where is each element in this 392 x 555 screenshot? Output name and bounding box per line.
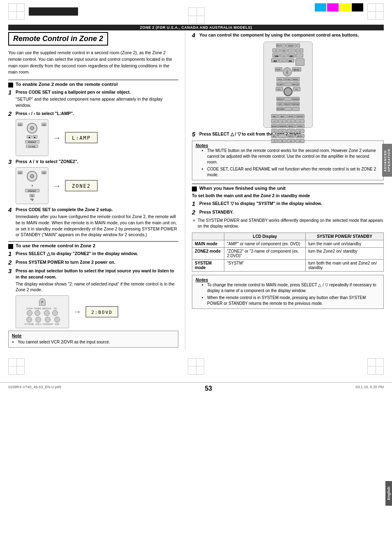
use-step-num-1: 1: [8, 251, 14, 257]
remote-large: SET AUDIO 0 EQ 1 |◀◀ ▷ ▶▶|: [263, 41, 313, 128]
enable-step-1: 1 Press CODE SET using a ballpoint pen o…: [8, 89, 178, 108]
table-cell-mode-zone2: ZONE2 mode: [192, 248, 224, 260]
step3-diagram: CH CH ∧ PRESET TV VOL ∨: [16, 167, 178, 204]
use-step-num-3: 3: [8, 268, 14, 274]
finished-step-num-2: 2: [192, 209, 198, 215]
right-column: 4 You can control the component by using…: [185, 32, 384, 350]
standby-subtitle: To set both the main unit and the Zone 2…: [192, 193, 384, 198]
page-number: 53: [205, 385, 212, 392]
remote-large-container: SET AUDIO 0 EQ 1 |◀◀ ▷ ▶▶|: [192, 41, 384, 128]
table-row-zone2: ZONE2 mode "ZONE2" or "2-name of compone…: [192, 248, 384, 260]
use-step-2: 2 Press SYSTEM POWER to turn Zone 2 powe…: [8, 259, 178, 265]
step-title-3: Press ∧ / ∨ to select "ZONE2".: [16, 159, 78, 165]
reg-mark-bl: [8, 358, 25, 375]
table-cell-lcd-zone2: "ZONE2" or "2-name of component (ex. 2:D…: [224, 248, 306, 260]
section-finished-title: When you have finished using the unit: [199, 186, 286, 191]
arrow-right-2: →: [53, 133, 61, 143]
use-step-title-3: Press an input selector button to select…: [16, 268, 178, 280]
enable-step-3: 3 Press ∧ / ∨ to select "ZONE2". CH CH ∧: [8, 159, 178, 204]
table-cell-lcd-main: "AMP" or name of component (ex. DVD): [224, 240, 306, 248]
intro-text: You can use the supplied remote control …: [8, 50, 178, 76]
right-notes-list: The MUTE button on the remote control wo…: [201, 148, 380, 178]
step-num-4: 4: [8, 207, 14, 213]
display-lamp: L:AMP: [65, 132, 98, 143]
footer: 0109RX-V740_46-53_EN-U.p65 53 03.1.10, 6…: [0, 382, 392, 395]
use-note-box: Note You cannot select VCR 2/DVR as the …: [8, 331, 178, 348]
arrow-right-input: →: [73, 307, 81, 316]
finished-note-1: To change the remote control to MAIN mod…: [207, 282, 380, 294]
section-bullet: [8, 83, 13, 88]
bottom-marks: [0, 354, 392, 379]
note-list: You cannot select VCR 2/DVR as the input…: [18, 339, 175, 345]
reg-mark-tl: [8, 3, 25, 20]
reg-mark-tr: [367, 3, 384, 20]
finished-step-title-1: Press SELECT ▽ to display "SYSTM" in the…: [199, 200, 322, 207]
right-notes: Notes The MUTE button on the remote cont…: [192, 140, 384, 180]
step2-diagram: CH CH ◀ ▶ PRESET TV VOL → L:AMP: [16, 119, 178, 156]
use-step-3: 3 Press an input selector button to sele…: [8, 268, 178, 328]
section-enable-header: To enable Zone 2 mode on the remote cont…: [8, 80, 178, 88]
page-title: Remote Control in Zone 2: [13, 35, 103, 43]
enable-step-2: 2 Press ‹ / › to select "L:AMP". CH CH ◀: [8, 111, 178, 156]
table-header-lcd: LCD Display: [224, 233, 306, 240]
step-title-4: Press CODE SET to complete the Zone 2 se…: [16, 207, 113, 213]
step-title-2: Press ‹ / › to select "L:AMP".: [16, 111, 74, 117]
section-use-title: To use the remote control in Zone 2: [16, 243, 95, 248]
arrow-right-3: →: [53, 181, 61, 191]
step-body-1: "SETUP" and the selected component name …: [16, 96, 178, 108]
finished-step-2: 2 Press STANDBY.: [192, 209, 384, 215]
table-header-mode: [192, 233, 224, 240]
right-step-num-5: 5: [192, 131, 198, 137]
table-cell-lcd-system: "SYSTM": [224, 260, 306, 272]
step-num-3: 3: [8, 159, 14, 165]
finished-notes-title: Notes: [196, 277, 380, 282]
step-title-1: Press CODE SET using a ballpoint pen or …: [16, 89, 131, 95]
footer-left: 0109RX-V740_46-53_EN-U.p65: [8, 385, 61, 392]
reg-mark-br: [367, 358, 384, 375]
tip-text: The SYSTEM POWER and STANDBY works diffe…: [198, 218, 384, 229]
table-cell-action-system: turn both the main unit and Zone2 on/ st…: [306, 260, 384, 272]
finished-step-num-1: 1: [192, 200, 198, 207]
top-marks: [0, 0, 392, 25]
right-step-4: 4 You can control the component by using…: [192, 32, 384, 128]
table-row-system: SYSTEM mode "SYSTM" turn both the main u…: [192, 260, 384, 272]
english-label: English: [385, 481, 392, 506]
zone-header: ZONE 2 (FOR U.S.A., CANADA AND AUSTRALIA…: [8, 25, 384, 30]
right-note-2: CODE SET, CLEAR and RENAME will not func…: [207, 166, 380, 178]
section-enable-title: To enable Zone 2 mode on the remote cont…: [16, 82, 118, 87]
finished-step-title-2: Press STANDBY.: [199, 209, 233, 215]
finished-notes-list: To change the remote control to MAIN mod…: [201, 282, 380, 306]
left-column: Remote Control in Zone 2 You can use the…: [8, 32, 185, 350]
use-step-title-1: Press SELECT △ to display "ZONE2" in the…: [16, 251, 138, 257]
remote-mini-2: CH CH ◀ ▶ PRESET TV VOL: [16, 119, 48, 156]
display-zone-input: 2:BDVD: [85, 306, 118, 318]
step-num-1: 1: [8, 89, 14, 95]
table-cell-mode-main: MAIN mode: [192, 240, 224, 248]
right-step-title-4: You can control the component by using t…: [199, 32, 359, 38]
section-bullet-2: [8, 244, 13, 249]
advanced-label: ADVANCEDOPERATION: [382, 144, 392, 177]
table-cell-action-zone2: turn the Zone2 on/ standby: [306, 248, 384, 260]
table-row-main: MAIN mode "AMP" or name of component (ex…: [192, 240, 384, 248]
finished-notes: Notes To change the remote control to MA…: [192, 275, 384, 309]
section-finished-header: When you have finished using the unit: [192, 184, 384, 191]
input-selector-diagram: P V-AUX TUNER MD/CD-R: [16, 295, 178, 328]
tip-section: ✦ The SYSTEM POWER and STANDBY works dif…: [192, 218, 384, 229]
use-step-1: 1 Press SELECT △ to display "ZONE2" in t…: [8, 251, 178, 257]
color-bars: [315, 3, 363, 12]
finished-step-1: 1 Press SELECT ▽ to display "SYSTM" in t…: [192, 200, 384, 207]
use-step-body-3: The display window shows "2: name of sel…: [16, 281, 178, 293]
main-content: Remote Control in Zone 2 You can use the…: [0, 32, 392, 350]
reg-mark-bc: [188, 358, 204, 375]
section-bullet-3: [192, 187, 197, 191]
display-zone2: ZONE2: [65, 180, 98, 191]
reg-mark-tc: [188, 7, 205, 24]
note-title: Note: [12, 333, 175, 338]
right-notes-title: Notes: [196, 143, 380, 148]
right-step-num-4: 4: [192, 32, 198, 38]
table-cell-action-main: turn the main unit on/standby: [306, 240, 384, 248]
right-note-1: The MUTE button on the remote control wo…: [207, 148, 380, 165]
table-header-action: SYSTEM POWER/ STANDBY: [306, 233, 384, 240]
tip-icon: ✦: [192, 218, 196, 223]
step-num-2: 2: [8, 111, 14, 117]
